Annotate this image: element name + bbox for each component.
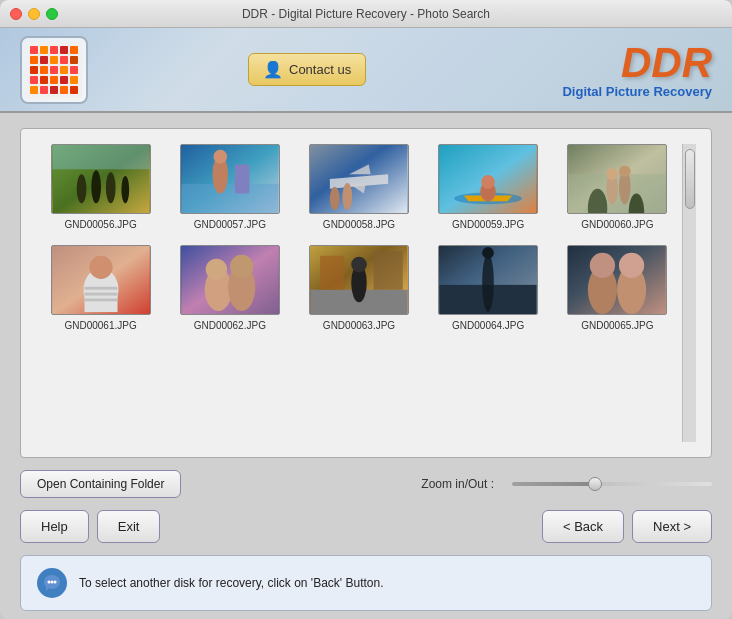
photo-thumbnail[interactable] xyxy=(567,144,667,214)
svg-point-27 xyxy=(76,174,86,203)
list-item[interactable]: GND00060.JPG xyxy=(553,144,682,230)
svg-rect-22 xyxy=(40,86,48,94)
svg-rect-5 xyxy=(70,46,78,54)
photo-thumbnail[interactable] xyxy=(438,245,538,315)
list-item[interactable]: GND00058.JPG xyxy=(294,144,423,230)
list-item[interactable]: GND00063.JPG xyxy=(294,245,423,331)
photo-label: GND00063.JPG xyxy=(323,320,395,331)
brand-title: DDR xyxy=(562,41,712,83)
photo-label: GND00059.JPG xyxy=(452,219,524,230)
svg-rect-61 xyxy=(84,298,117,301)
zoom-handle[interactable] xyxy=(588,477,602,491)
photo-thumbnail[interactable] xyxy=(51,245,151,315)
photo-thumbnail[interactable] xyxy=(180,245,280,315)
svg-rect-17 xyxy=(40,76,48,84)
svg-point-86 xyxy=(51,581,54,584)
svg-point-76 xyxy=(482,254,494,312)
photo-label: GND00057.JPG xyxy=(194,219,266,230)
traffic-lights xyxy=(10,8,58,20)
list-item[interactable]: GND00061.JPG xyxy=(36,245,165,331)
svg-point-28 xyxy=(91,170,101,203)
scrollbar[interactable] xyxy=(682,144,696,442)
title-bar: DDR - Digital Picture Recovery - Photo S… xyxy=(0,0,732,28)
back-button[interactable]: < Back xyxy=(542,510,624,543)
header: 👤 Contact us DDR Digital Picture Recover… xyxy=(0,28,732,113)
photo-thumbnail[interactable] xyxy=(438,144,538,214)
photo-thumbnail[interactable] xyxy=(309,245,409,315)
svg-rect-31 xyxy=(52,145,149,169)
svg-rect-13 xyxy=(50,66,58,74)
svg-point-71 xyxy=(351,257,367,273)
photo-label: GND00061.JPG xyxy=(64,320,136,331)
main-content: GND00056.JPG GND00 xyxy=(0,113,732,619)
photo-thumbnail[interactable] xyxy=(180,144,280,214)
svg-rect-3 xyxy=(50,46,58,54)
svg-point-66 xyxy=(205,259,226,280)
svg-rect-20 xyxy=(70,76,78,84)
bottom-navigation: Help Exit < Back Next > xyxy=(20,510,712,543)
svg-point-55 xyxy=(619,165,631,177)
contact-icon: 👤 xyxy=(263,60,283,79)
list-item[interactable]: GND00065.JPG xyxy=(553,245,682,331)
photo-thumbnail[interactable] xyxy=(51,144,151,214)
svg-rect-4 xyxy=(60,46,68,54)
svg-rect-15 xyxy=(70,66,78,74)
svg-rect-10 xyxy=(70,56,78,64)
photo-area: GND00056.JPG GND00 xyxy=(20,128,712,458)
zoom-label: Zoom in/Out : xyxy=(421,477,494,491)
minimize-button[interactable] xyxy=(28,8,40,20)
svg-point-62 xyxy=(89,256,112,279)
svg-rect-23 xyxy=(50,86,58,94)
logo-icon xyxy=(26,42,82,98)
svg-rect-59 xyxy=(84,287,117,290)
help-button[interactable]: Help xyxy=(20,510,89,543)
photo-label: GND00064.JPG xyxy=(452,320,524,331)
next-button[interactable]: Next > xyxy=(632,510,712,543)
photo-grid-scroll[interactable]: GND00056.JPG GND00 xyxy=(36,144,682,442)
photo-thumbnail[interactable] xyxy=(309,144,409,214)
svg-rect-9 xyxy=(60,56,68,64)
photo-label: GND00058.JPG xyxy=(323,219,395,230)
list-item[interactable]: GND00057.JPG xyxy=(165,144,294,230)
svg-rect-18 xyxy=(50,76,58,84)
svg-point-35 xyxy=(213,150,227,164)
svg-rect-36 xyxy=(235,164,250,193)
controls-row: Open Containing Folder Zoom in/Out : xyxy=(20,470,712,498)
svg-rect-73 xyxy=(374,251,403,290)
svg-point-54 xyxy=(607,168,619,180)
zoom-slider[interactable] xyxy=(512,482,712,486)
svg-rect-2 xyxy=(40,46,48,54)
svg-rect-19 xyxy=(60,76,68,84)
svg-rect-24 xyxy=(60,86,68,94)
maximize-button[interactable] xyxy=(46,8,58,20)
photo-label: GND00060.JPG xyxy=(581,219,653,230)
svg-point-41 xyxy=(330,187,340,210)
svg-point-81 xyxy=(590,253,615,278)
svg-rect-6 xyxy=(30,56,38,64)
exit-button[interactable]: Exit xyxy=(97,510,161,543)
photo-label: GND00065.JPG xyxy=(581,320,653,331)
svg-point-87 xyxy=(54,581,57,584)
svg-rect-72 xyxy=(320,256,344,290)
svg-rect-60 xyxy=(84,293,117,296)
photo-grid: GND00056.JPG GND00 xyxy=(36,144,682,331)
svg-marker-84 xyxy=(46,587,50,591)
contact-label: Contact us xyxy=(289,62,351,77)
open-folder-button[interactable]: Open Containing Folder xyxy=(20,470,181,498)
svg-rect-16 xyxy=(30,76,38,84)
svg-rect-8 xyxy=(50,56,58,64)
window-title: DDR - Digital Picture Recovery - Photo S… xyxy=(242,7,490,21)
contact-button[interactable]: 👤 Contact us xyxy=(248,53,366,86)
list-item[interactable]: GND00056.JPG xyxy=(36,144,165,230)
scroll-thumb[interactable] xyxy=(685,149,695,209)
svg-rect-78 xyxy=(569,246,666,314)
svg-point-85 xyxy=(48,581,51,584)
svg-point-47 xyxy=(481,175,495,189)
close-button[interactable] xyxy=(10,8,22,20)
list-item[interactable]: GND00059.JPG xyxy=(424,144,553,230)
photo-thumbnail[interactable] xyxy=(567,245,667,315)
photo-label: GND00056.JPG xyxy=(64,219,136,230)
list-item[interactable]: GND00062.JPG xyxy=(165,245,294,331)
list-item[interactable]: GND00064.JPG xyxy=(424,245,553,331)
svg-rect-1 xyxy=(30,46,38,54)
